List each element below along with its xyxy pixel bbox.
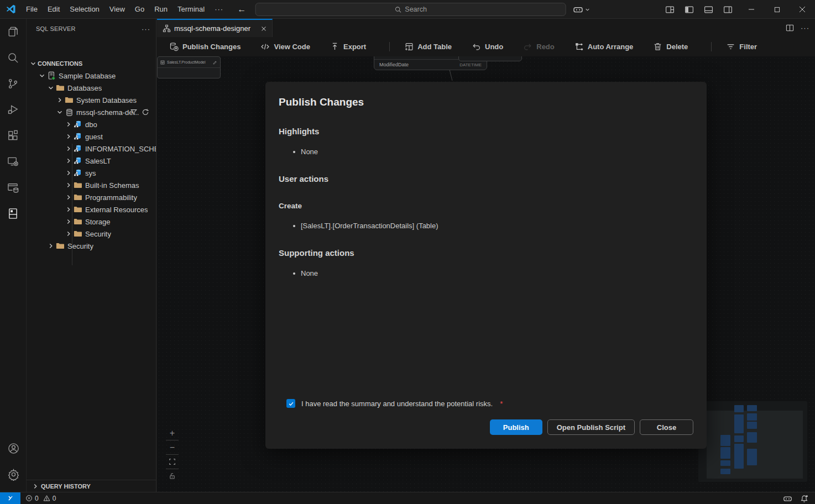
menu-edit[interactable]: Edit — [43, 0, 65, 19]
sql-server-view-icon[interactable] — [0, 201, 27, 227]
undo-button[interactable]: Undo — [472, 42, 515, 51]
tree-item-programmability[interactable]: Programmability — [27, 191, 156, 203]
tree-item-information-schema[interactable]: INFORMATION_SCHEMA — [27, 143, 156, 155]
table-node-partial[interactable] — [458, 56, 522, 61]
menu-selection[interactable]: Selection — [65, 0, 104, 19]
chevron-right-icon — [64, 132, 73, 141]
maximize-button[interactable] — [764, 0, 790, 19]
run-and-debug-icon[interactable] — [0, 97, 27, 123]
server-connected-icon — [46, 71, 56, 80]
toggle-panel-icon[interactable] — [702, 3, 715, 16]
tab-mssql-schema-designer[interactable]: mssql-schema-designer — [157, 19, 273, 37]
remote-indicator[interactable] — [0, 492, 20, 504]
sidebar-more-actions-icon[interactable]: ··· — [142, 25, 150, 33]
menu-view[interactable]: View — [105, 0, 130, 19]
tree-item-security-inner[interactable]: Security — [27, 228, 156, 240]
filter-tree-icon[interactable] — [130, 108, 138, 116]
close-window-button[interactable] — [790, 0, 815, 19]
notifications-bell-icon[interactable] — [800, 495, 808, 503]
settings-gear-icon[interactable] — [0, 461, 27, 487]
chevron-right-icon — [64, 181, 73, 190]
delete-button[interactable]: Delete — [653, 42, 700, 51]
view-code-button[interactable]: View Code — [260, 42, 322, 51]
command-center-search[interactable]: Search — [255, 3, 566, 16]
schema-icon — [73, 156, 83, 165]
table-node-product-model[interactable]: SalesLT.ProductModel — [157, 56, 221, 78]
publish-changes-button[interactable]: Publish Changes — [169, 42, 253, 51]
tree-item-databases[interactable]: Databases — [27, 82, 156, 94]
add-table-button[interactable]: Add Table — [404, 42, 464, 51]
minimap-table-block — [720, 460, 730, 466]
menu-run[interactable]: Run — [149, 0, 173, 19]
search-view-icon[interactable] — [0, 45, 27, 71]
menu-terminal[interactable]: Terminal — [173, 0, 210, 19]
explorer-icon[interactable] — [0, 19, 27, 45]
redo-button[interactable]: Redo — [523, 42, 567, 51]
menu-file[interactable]: File — [21, 0, 43, 19]
menu-go[interactable]: Go — [130, 0, 149, 19]
sidebar-title: SQL SERVER — [36, 25, 142, 32]
tree-item-dbo[interactable]: dbo — [27, 118, 156, 130]
code-icon — [260, 42, 270, 51]
chevron-right-icon — [46, 242, 55, 250]
tree-item-guest[interactable]: guest — [27, 130, 156, 143]
filter-button[interactable]: Filter — [726, 42, 769, 51]
minimap-table-block — [747, 405, 757, 411]
close-tab-icon[interactable] — [260, 25, 268, 33]
chevron-right-icon — [31, 482, 40, 490]
database-projects-icon[interactable] — [0, 175, 27, 201]
navigate-back-icon[interactable]: ← — [237, 4, 246, 14]
bullet-dot — [293, 225, 295, 227]
zoom-out-button[interactable]: − — [166, 440, 179, 454]
tree-item-system-databases[interactable]: System Databases — [27, 94, 156, 106]
error-icon — [25, 495, 33, 502]
tree-item-storage[interactable]: Storage — [27, 216, 156, 228]
edit-pencil-icon[interactable] — [213, 60, 217, 65]
menu-more-icon[interactable]: ··· — [210, 5, 228, 13]
dialog-title: Publish Changes — [279, 82, 693, 108]
fit-view-button[interactable] — [166, 455, 179, 469]
accounts-icon[interactable] — [0, 435, 27, 461]
source-control-icon[interactable] — [0, 71, 27, 97]
toggle-primary-sidebar-icon[interactable] — [682, 3, 696, 16]
copilot-status-icon[interactable] — [783, 494, 792, 503]
lock-button[interactable] — [166, 469, 179, 483]
toggle-secondary-sidebar-icon[interactable] — [721, 3, 734, 16]
split-editor-icon[interactable] — [786, 24, 794, 32]
extensions-icon[interactable] — [0, 123, 27, 149]
publish-changes-dialog: Publish Changes Highlights None User act… — [265, 82, 707, 449]
copilot-menu[interactable] — [573, 0, 590, 19]
folder-icon — [55, 242, 65, 250]
editor-more-actions-icon[interactable]: ··· — [801, 24, 809, 32]
tree-item-built-in-schemas[interactable]: Built-in Schemas — [27, 179, 156, 191]
customize-layout-icon[interactable] — [663, 3, 676, 16]
list-item: [SalesLT].[OrderTransactionDetails] (Tab… — [293, 222, 693, 230]
zoom-in-button[interactable]: + — [166, 426, 179, 440]
refresh-icon[interactable] — [142, 108, 149, 116]
toolbar-separator — [711, 42, 712, 51]
publish-button[interactable]: Publish — [490, 419, 542, 435]
folder-icon — [73, 181, 83, 190]
close-dialog-button[interactable]: Close — [640, 419, 693, 435]
tree-item-sys[interactable]: sys — [27, 167, 156, 179]
risk-acknowledgement-checkbox[interactable] — [286, 399, 295, 408]
schema-icon — [73, 169, 83, 177]
warning-count: 0 — [53, 495, 56, 502]
filter-lines-icon — [726, 42, 735, 51]
export-button[interactable]: Export — [330, 42, 378, 51]
copilot-icon — [573, 4, 583, 15]
tree-item-mssql-schema-database[interactable]: mssql-schema-de... — [27, 106, 156, 118]
tree-item-saleslt[interactable]: SalesLT — [27, 155, 156, 167]
tree-item-connections[interactable]: CONNECTIONS — [27, 57, 156, 70]
problems-indicator[interactable]: 0 0 — [25, 495, 56, 502]
auto-arrange-button[interactable]: Auto Arrange — [574, 42, 646, 51]
tree-item-external-resources[interactable]: External Resources — [27, 203, 156, 216]
tree-item-sample-database[interactable]: Sample Database — [27, 70, 156, 82]
minimap[interactable] — [698, 401, 807, 482]
open-publish-script-button[interactable]: Open Publish Script — [547, 419, 635, 435]
query-history-section[interactable]: QUERY HISTORY — [27, 480, 156, 492]
tree-item-security-outer[interactable]: Security — [27, 240, 156, 252]
minimize-button[interactable] — [739, 0, 764, 19]
remote-explorer-icon[interactable] — [0, 149, 27, 175]
designer-toolbar: Publish Changes View Code Export Add Tab… — [157, 37, 815, 56]
